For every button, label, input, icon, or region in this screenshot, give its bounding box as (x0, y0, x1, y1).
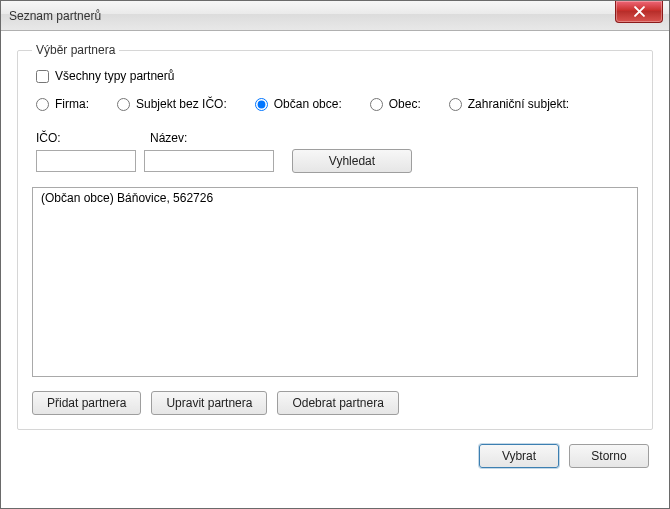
nazev-input[interactable] (144, 150, 274, 172)
radio-obec[interactable] (370, 98, 383, 111)
window-title: Seznam partnerů (9, 9, 101, 23)
radio-obcan-obce[interactable] (255, 98, 268, 111)
ico-input[interactable] (36, 150, 136, 172)
radio-subjekt-label[interactable]: Subjekt bez IČO: (136, 97, 227, 111)
close-button[interactable] (615, 1, 663, 23)
radio-firma-label[interactable]: Firma: (55, 97, 89, 111)
remove-partner-button[interactable]: Odebrat partnera (277, 391, 398, 415)
all-types-checkbox[interactable] (36, 70, 49, 83)
radio-zahranicni-label[interactable]: Zahraniční subjekt: (468, 97, 569, 111)
radio-zahranicni-wrap: Zahraniční subjekt: (449, 97, 569, 111)
select-button[interactable]: Vybrat (479, 444, 559, 468)
close-icon (634, 6, 645, 17)
radio-obcan-label[interactable]: Občan obce: (274, 97, 342, 111)
results-listbox[interactable]: (Občan obce) Báňovice, 562726 (32, 187, 638, 377)
radio-obcan-wrap: Občan obce: (255, 97, 342, 111)
partner-action-row: Přidat partnera Upravit partnera Odebrat… (32, 391, 638, 415)
radio-firma-wrap: Firma: (36, 97, 89, 111)
radio-firma[interactable] (36, 98, 49, 111)
radio-subjekt-wrap: Subjekt bez IČO: (117, 97, 227, 111)
radio-obec-wrap: Obec: (370, 97, 421, 111)
list-item[interactable]: (Občan obce) Báňovice, 562726 (35, 190, 635, 206)
titlebar: Seznam partnerů (1, 1, 669, 31)
field-labels-row: IČO: Název: (36, 131, 638, 145)
content-area: Výběr partnera Všechny typy partnerů Fir… (1, 31, 669, 484)
radio-subjekt-bez-ico[interactable] (117, 98, 130, 111)
partner-selection-group: Výběr partnera Všechny typy partnerů Fir… (17, 43, 653, 430)
search-button[interactable]: Vyhledat (292, 149, 412, 173)
radio-zahranicni[interactable] (449, 98, 462, 111)
group-legend: Výběr partnera (32, 43, 119, 57)
edit-partner-button[interactable]: Upravit partnera (151, 391, 267, 415)
radio-obec-label[interactable]: Obec: (389, 97, 421, 111)
type-radio-row: Firma: Subjekt bez IČO: Občan obce: Obec… (32, 97, 638, 111)
all-types-row: Všechny typy partnerů (36, 69, 638, 83)
cancel-button[interactable]: Storno (569, 444, 649, 468)
dialog-window: Seznam partnerů Výběr partnera Všechny t… (0, 0, 670, 509)
ico-label: IČO: (36, 131, 150, 145)
dialog-footer: Vybrat Storno (17, 444, 653, 468)
add-partner-button[interactable]: Přidat partnera (32, 391, 141, 415)
inputs-row: Vyhledat (36, 149, 638, 173)
nazev-label: Název: (150, 131, 187, 145)
all-types-label[interactable]: Všechny typy partnerů (55, 69, 174, 83)
